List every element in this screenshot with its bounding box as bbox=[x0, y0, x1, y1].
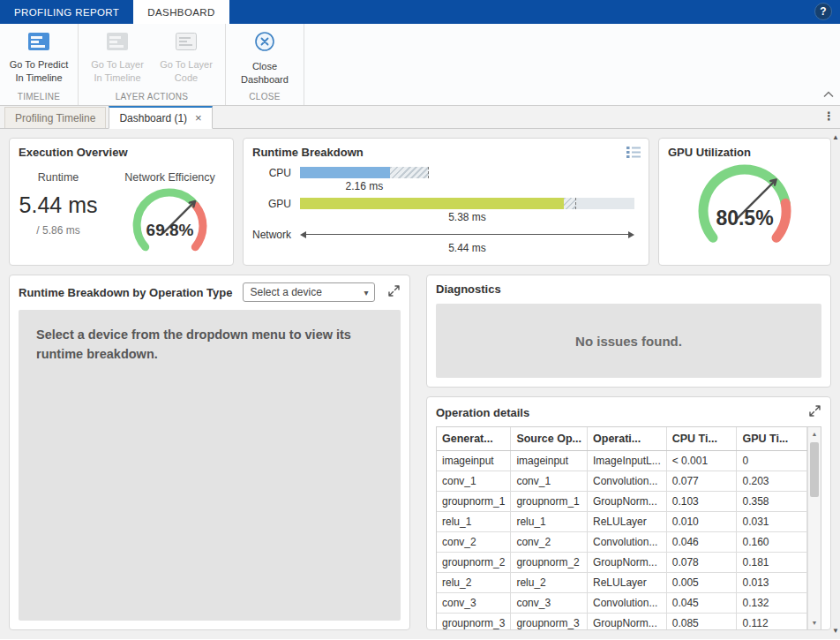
table-cell[interactable]: GroupNorm... bbox=[588, 552, 667, 572]
table-cell[interactable]: 0.005 bbox=[666, 572, 737, 592]
table-cell[interactable]: ImageInputL... bbox=[588, 450, 667, 471]
table-cell[interactable]: 0.085 bbox=[666, 613, 737, 629]
panel-scroll-up-icon[interactable]: ▲ bbox=[832, 133, 839, 141]
operation-type-card: Runtime Breakdown by Operation Type Sele… bbox=[9, 275, 410, 630]
table-row[interactable]: groupnorm_3groupnorm_3GroupNorm...0.0850… bbox=[437, 613, 807, 629]
collapse-ribbon-icon[interactable] bbox=[823, 88, 834, 101]
toolstrip-tab-dashboard[interactable]: DASHBOARD bbox=[133, 0, 229, 24]
table-cell[interactable]: Convolution... bbox=[588, 471, 667, 491]
table-row[interactable]: imageinputimageinputImageInputL...< 0.00… bbox=[437, 450, 807, 471]
expand-icon[interactable] bbox=[387, 284, 401, 300]
go-to-predict-button[interactable]: Go To Predict In Timeline bbox=[7, 28, 71, 84]
table-cell[interactable]: 0.031 bbox=[737, 511, 807, 531]
table-cell[interactable]: imageinput bbox=[437, 450, 511, 471]
tab-profiling-timeline[interactable]: Profiling Timeline bbox=[4, 107, 106, 128]
table-cell[interactable]: ReLULayer bbox=[588, 511, 667, 531]
predict-timeline-icon bbox=[26, 31, 52, 55]
table-cell[interactable]: conv_1 bbox=[511, 471, 588, 491]
table-cell[interactable]: 0.103 bbox=[666, 491, 737, 511]
column-header[interactable]: CPU Ti... bbox=[666, 427, 737, 450]
table-cell[interactable]: conv_3 bbox=[511, 592, 588, 613]
table-row[interactable]: conv_3conv_3Convolution...0.0450.132 bbox=[437, 592, 807, 613]
panel-scroll-down-icon[interactable]: ▼ bbox=[832, 627, 839, 635]
network-row: Network 5.44 ms bbox=[249, 229, 634, 257]
table-cell[interactable]: groupnorm_2 bbox=[437, 552, 511, 572]
operation-type-placeholder: Select a device from the dropdown menu t… bbox=[19, 310, 401, 621]
chevron-down-icon: ▾ bbox=[364, 288, 368, 297]
column-header[interactable]: Generat... bbox=[437, 427, 511, 450]
table-cell[interactable]: conv_1 bbox=[437, 471, 511, 491]
scroll-down-icon[interactable]: ▼ bbox=[808, 616, 821, 629]
column-header[interactable]: Source Op... bbox=[511, 427, 588, 450]
dropdown-value: Select a device bbox=[250, 286, 321, 298]
runtime-label: Runtime bbox=[10, 171, 107, 184]
table-cell[interactable]: 0.010 bbox=[666, 511, 737, 531]
scrollbar-thumb[interactable] bbox=[810, 442, 819, 497]
table-cell[interactable]: 0.181 bbox=[737, 552, 807, 572]
cpu-label: CPU bbox=[249, 167, 300, 195]
network-efficiency-label: Network Efficiency bbox=[107, 171, 233, 184]
table-cell[interactable]: groupnorm_2 bbox=[511, 552, 588, 572]
device-dropdown[interactable]: Select a device ▾ bbox=[243, 282, 375, 302]
table-cell[interactable]: conv_2 bbox=[511, 531, 588, 552]
table-cell[interactable]: relu_2 bbox=[437, 572, 511, 592]
button-label: Dashboard bbox=[241, 74, 289, 85]
table-cell[interactable]: relu_1 bbox=[511, 511, 588, 531]
table-cell[interactable]: 0.013 bbox=[737, 572, 807, 592]
table-row[interactable]: conv_2conv_2Convolution...0.0460.160 bbox=[437, 531, 807, 552]
table-cell[interactable]: < 0.001 bbox=[666, 450, 737, 471]
legend-icon[interactable] bbox=[626, 146, 641, 162]
table-cell[interactable]: ReLULayer bbox=[588, 572, 667, 592]
column-header[interactable]: GPU Ti... bbox=[737, 427, 807, 450]
ribbon-section-close: CLOSE bbox=[233, 89, 296, 105]
table-cell[interactable]: groupnorm_1 bbox=[437, 491, 511, 511]
button-label: Close bbox=[252, 61, 277, 72]
table-cell[interactable]: groupnorm_3 bbox=[511, 613, 588, 629]
table-cell[interactable]: relu_1 bbox=[437, 511, 511, 531]
gpu-bar-solid bbox=[300, 198, 564, 209]
table-cell[interactable]: GroupNorm... bbox=[588, 491, 667, 511]
button-label: In Timeline bbox=[15, 72, 62, 83]
table-row[interactable]: relu_1relu_1ReLULayer0.0100.031 bbox=[437, 511, 807, 531]
toolstrip-tab-profiling-report[interactable]: PROFILING REPORT bbox=[0, 0, 133, 24]
column-header[interactable]: Operati... bbox=[588, 427, 667, 450]
card-title: Runtime Breakdown by Operation Type bbox=[19, 286, 232, 299]
gpu-utilization-card: GPU Utilization 80.5% bbox=[658, 138, 831, 266]
table-cell[interactable]: 0.046 bbox=[666, 531, 737, 552]
table-cell[interactable]: relu_2 bbox=[511, 572, 588, 592]
table-cell[interactable]: 0.358 bbox=[737, 491, 807, 511]
table-row[interactable]: groupnorm_1groupnorm_1GroupNorm...0.1030… bbox=[437, 491, 807, 511]
table-cell[interactable]: groupnorm_1 bbox=[511, 491, 588, 511]
expand-icon[interactable] bbox=[808, 404, 821, 420]
table-cell[interactable]: 0.045 bbox=[666, 592, 737, 613]
table-cell[interactable]: groupnorm_3 bbox=[437, 613, 511, 629]
table-cell[interactable]: 0.077 bbox=[666, 471, 737, 491]
table-cell[interactable]: 0.112 bbox=[737, 613, 807, 629]
table-cell[interactable]: conv_3 bbox=[437, 592, 511, 613]
table-cell[interactable]: 0.160 bbox=[737, 531, 807, 552]
layer-code-icon bbox=[173, 31, 199, 55]
table-cell[interactable]: 0 bbox=[737, 450, 807, 471]
close-dashboard-button[interactable]: Close Dashboard bbox=[233, 28, 296, 86]
table-row[interactable]: relu_2relu_2ReLULayer0.0050.013 bbox=[437, 572, 807, 592]
table-cell[interactable]: imageinput bbox=[511, 450, 588, 471]
ribbon-section-layer-actions: LAYER ACTIONS bbox=[86, 89, 218, 105]
ribbon-group-layer-actions: Go To Layer In Timeline Go To Layer Code… bbox=[79, 24, 226, 105]
table-scrollbar[interactable]: ▲ ▼ bbox=[807, 427, 821, 629]
table-cell[interactable]: 0.203 bbox=[737, 471, 807, 491]
scroll-up-icon[interactable]: ▲ bbox=[808, 427, 821, 440]
help-button[interactable]: ? bbox=[814, 3, 832, 20]
table-row[interactable]: conv_1conv_1Convolution...0.0770.203 bbox=[437, 471, 807, 491]
tab-dashboard[interactable]: Dashboard (1) × bbox=[109, 106, 212, 129]
table-cell[interactable]: Convolution... bbox=[588, 531, 667, 552]
card-title: GPU Utilization bbox=[659, 139, 830, 159]
table-cell[interactable]: Convolution... bbox=[588, 592, 667, 613]
table-row[interactable]: groupnorm_2groupnorm_2GroupNorm...0.0780… bbox=[437, 552, 807, 572]
cpu-bar bbox=[300, 167, 634, 178]
table-cell[interactable]: 0.132 bbox=[737, 592, 807, 613]
close-tab-icon[interactable]: × bbox=[195, 112, 202, 124]
table-cell[interactable]: 0.078 bbox=[666, 552, 737, 572]
tab-overflow-menu-icon[interactable]: ⋮ bbox=[823, 109, 835, 123]
table-cell[interactable]: conv_2 bbox=[437, 531, 511, 552]
table-cell[interactable]: GroupNorm... bbox=[588, 613, 667, 629]
